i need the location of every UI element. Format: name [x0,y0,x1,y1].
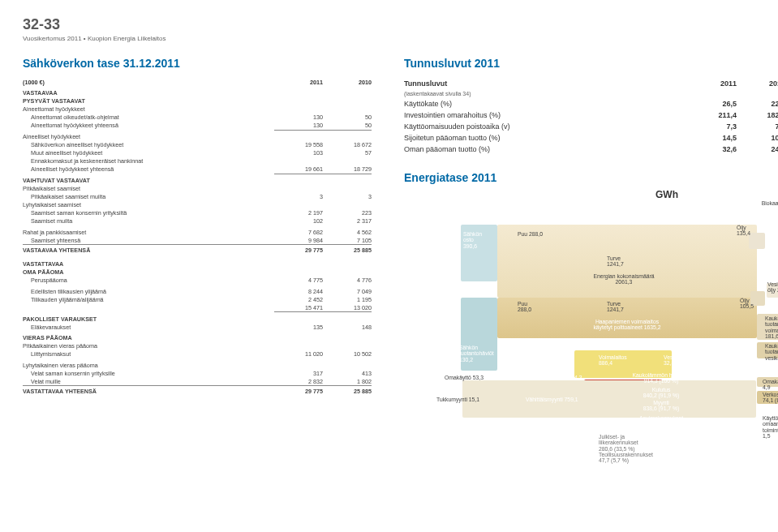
kf-note: (laskentakaavat sivulla 34) [404,89,778,98]
lbl-omakaytto2: Omakäyttö 4,9 [763,379,778,391]
table-row: Oman pääoman tuotto (%)32,624,1 [404,144,778,155]
lbl-kaukohavio-vk: Kaukolämmöntuotantohäviöt/vesikattilat 2… [765,343,778,361]
page-number: 32-33 Vuosikertomus 2011 • Kuopion Energ… [23,16,755,42]
lbl-myynti: Myynti838,6 (91,7 %) [617,400,706,412]
lbl-tukku: Tukkumyynti 15,1 [436,397,479,402]
lbl-vesikattilat-oljy: Vesikattilat/öljy 29,9 [767,281,778,294]
right-column: Tunnusluvut 2011 Tunnusluvut 2011 2010 (… [404,57,778,460]
lbl-teollisuus: Teollisuusrakennukset47,7 (5,7 %) [599,452,696,464]
lbl-vesikattilat: Vesikattilat32,8 [664,354,690,367]
table-row: Velat saman konsernin yrityksille317413 [23,369,372,377]
table-row: Sähköverkon aineelliset hyödykkeet19 558… [23,141,372,149]
table-row: Muut aineelliset hyödykkeet10357 [23,149,372,157]
lbl-haapaniemi: Haapaniemen voimalaitoskäytetyt polttoai… [566,319,688,331]
lbl-sahkon-havio: Sähköntuotantohäviöt130,2 [459,345,494,363]
table-row: VASTATTAVAA YHTEENSÄ29 77525 885 [23,386,372,399]
kf-head-y1: 2011 [688,78,737,89]
table-row: VASTAAVAA [23,86,372,97]
table-row: Aineettomat hyödykkeet yhteensä13050 [23,122,372,131]
table-row: Saamiset yhteensä9 9847 105 [23,236,372,245]
table-row: PYSYVÄT VASTAAVAT [23,97,372,105]
key-figures-title: Tunnusluvut 2011 [404,57,778,70]
table-row: PAKOLLISET VARAUKSET [23,312,372,324]
lbl-sahkokok: Sähkökokonais-tuotanto 437,0 [532,338,571,350]
table-row: VAIHTUVAT VASTAAVAT [23,174,372,185]
table-row: VASTAAVAA YHTEENSÄ29 77525 885 [23,245,372,258]
table-row: OMA PÄÄOMA [23,268,372,277]
table-row: Lyhytaikainen vieras pääoma [23,358,372,370]
table-row: Pitkäaikainen vieras pääoma [23,342,372,350]
bs-unit: (1000 €) [23,78,274,86]
lbl-sahkon-osto: Sähkönosto390,6 [463,231,482,249]
balance-sheet-column: Sähköverkon tase 31.12.2011 (1000 €) 201… [23,57,372,460]
lbl-oljy-mid: Öljy105,5 [740,298,754,310]
lbl-kaukohankinta: Kaukolämmön hankinta914,3 (100 %) [617,372,706,384]
table-row: Aineettomat oikeudet/atk-ohjelmat13050 [23,114,372,122]
table-row: VIERAS PÄÄOMA [23,331,372,342]
balance-sheet-table: (1000 €) 2011 2010 VASTAAVAAPYSYVÄT VAST… [23,78,372,398]
table-row: Aineettomat hyödykkeet [23,105,372,114]
lbl-vahittais: Vähittäismyynti 759,1 [526,397,578,402]
bs-year-2: 2010 [323,78,372,86]
table-row: Ennakkomaksut ja keskeneräiset hankinnat [23,157,372,165]
table-row: Pitkäaikaiset saamiset [23,185,372,193]
lbl-kaukohavio-vl: Kaukolämmöntuotantohäviöt/voimalaitos 18… [765,315,778,340]
table-row: Saamiset saman konsernin yrityksiltä2 19… [23,209,372,217]
table-row: 15 47113 020 [23,303,372,312]
lbl-verkostohavio: Verkostohäviöt74,1 (8,1 %) [763,392,778,404]
table-row: Käyttöomaisuuden poistoaika (v)7,37,3 [404,121,778,132]
band-sales [462,380,756,418]
table-row: Saamiset muilta1022 317 [23,217,372,225]
lbl-kulutus: Kulutus840,2 (91,9 %) [617,387,706,399]
kf-head-y2: 2010 [737,78,778,89]
table-row: Sijoitetun pääoman tuotto (%)14,510,3 [404,132,778,144]
lbl-voimalaitos: Voimalaitos886,4 [599,354,627,367]
lbl-kaytto-toim: Käyttö omaantoimintaan 1,5 [763,415,778,440]
lbl-tuotanto: Tuotanto 383,7 [531,357,567,363]
table-row: Lyhytaikaiset saamiset [23,201,372,209]
table-row: Eläkevaraukset135148 [23,323,372,331]
sankey-unit: GWh [655,189,678,200]
energy-title: Energiatase 2011 [404,171,778,184]
lbl-turve2: Turve1241,7 [607,301,624,313]
lbl-turve-top: Turve1241,7 [607,255,624,268]
lbl-biokaasu: Biokaasu 5,6 [745,200,778,206]
table-row: Rahat ja pankkisaamiset7 6824 562 [23,225,372,237]
table-row: Peruspääoma4 7754 776 [23,277,372,285]
kf-head-label: Tunnusluvut [404,78,688,89]
table-row: Liittymismaksut11 02010 502 [23,350,372,358]
lbl-sahkon-hankinta: Sähkön hankinta 774,3 [526,375,582,380]
lbl-omakaytto: Omakäyttö 53,3 [445,375,484,380]
table-row: Tilikauden ylijäämä/alijäämä2 4521 195 [23,295,372,303]
band-haapaniemi [497,298,757,338]
bs-year-1: 2011 [274,78,323,86]
table-row: VASTATTAVAA [23,257,372,268]
lbl-asuinrak: Asuinrakennukset510,3 (60,9 %) [617,415,706,427]
lbl-energian-kok: Energian kokonaismäärä2061,3 [579,273,668,285]
table-row: Aineelliset hyödykkeet yhteensä19 66118 … [23,165,372,174]
key-figures-table: Tunnusluvut 2011 2010 (laskentakaavat si… [404,78,778,155]
table-row: Investointien omarahoitus (%)211,4182,9 [404,109,778,121]
table-row: Velat muille2 8321 802 [23,377,372,386]
table-row: Edellisten tilikausien ylijäämä8 2447 04… [23,285,372,296]
lbl-puu: Puu 288,0 [518,231,543,237]
lbl-oljy-top: Öljy135,4 [737,225,750,237]
table-row: Aineelliset hyödykkeet [23,130,372,141]
table-row: Pitkäaikaiset saamiset muilta33 [23,193,372,201]
lbl-puu2: Puu288,0 [518,301,531,313]
balance-sheet-title: Sähköverkon tase 31.12.2011 [23,57,372,70]
lbl-kaukokok: Kaukolämmönkokonaistuotanto 919,2 [599,338,655,350]
sankey-diagram: GWh Biokaasu 5,6 Sähkönosto390,6 [404,192,778,460]
table-row: Käyttökate (%)26,522,1 [404,98,778,109]
band-oil-top [749,233,765,249]
lbl-julkiset: Julkiset- jaliikerakennukset280,6 (33,5 … [599,434,688,452]
